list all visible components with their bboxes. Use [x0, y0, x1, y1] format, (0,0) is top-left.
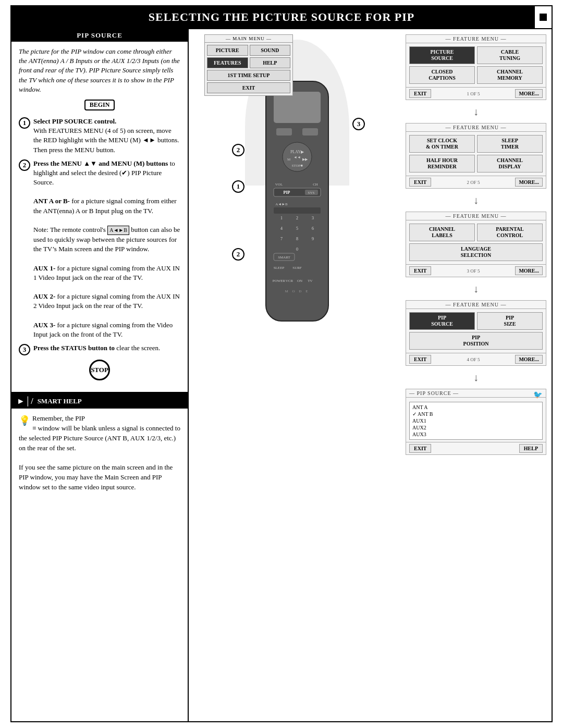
svg-text:7: 7 — [280, 237, 283, 241]
menu-btn-channel-labels: CHANNELLABELS — [409, 224, 475, 241]
menu-btn-cable-tuning: CABLETUNING — [477, 46, 543, 64]
aux1-label: AUX 1- — [33, 264, 55, 272]
menu-btn-sleep-timer: SLEEPTIMER — [477, 135, 543, 153]
step-3-detail: clear the screen. — [116, 344, 160, 352]
source-aux3: AUX3 — [412, 431, 540, 438]
step-3-number: 3 — [19, 344, 30, 355]
step-overlay-1a: 1 — [232, 180, 244, 193]
arrow-down-3: ↓ — [406, 283, 546, 294]
svg-text:M: M — [287, 157, 291, 162]
arrow-down-4: ↓ — [406, 372, 546, 382]
begin-badge: BEGIN — [84, 100, 115, 110]
main-menu-box: — MAIN MENU — PICTURE SOUND FEATURES HEL… — [204, 34, 293, 96]
smart-help-title: SMART HELP — [38, 397, 82, 405]
feature-menu-1-title: — FEATURE MENU — — [406, 35, 546, 43]
svg-text:▶▶: ▶▶ — [302, 157, 308, 162]
exit-btn-pip[interactable]: EXIT — [409, 444, 431, 453]
step-overlay-2b: 2 — [232, 248, 244, 261]
svg-text:SLEEP: SLEEP — [274, 266, 285, 270]
feature-menu-2-body: SET CLOCK& ON TIMER SLEEPTIMER HALF HOUR… — [406, 132, 546, 176]
feature-menu-3-title: — FEATURE MENU — — [406, 212, 546, 220]
step-1-label: Select PIP SOURCE control. — [33, 117, 116, 125]
aux2-detail: for a picture signal coming from the AUX… — [33, 292, 180, 310]
svg-text:STOP■: STOP■ — [291, 164, 302, 168]
feature-menu-4-body: PIPSOURCE PIPSIZE PIPPOSITION — [406, 309, 546, 353]
svg-rect-17 — [274, 207, 321, 214]
main-layout: PIP SOURCE The picture for the PIP windo… — [10, 29, 553, 722]
step-2-label: Press the MENU ▲▼ and — [33, 159, 109, 167]
remote-svg: PLAY▶ ◄◄ M ▶▶ STOP■ VOL CH PIP SYS A◄►B — [245, 76, 349, 326]
more-btn-1[interactable]: MORE... — [515, 89, 543, 98]
aux2-label: AUX 2- — [33, 292, 55, 300]
feature-menu-1-footer: EXIT 1 OF 5 MORE... — [406, 87, 546, 100]
step-2-number: 2 — [19, 159, 30, 171]
main-menu-title: — MAIN MENU — — [205, 35, 292, 43]
feature-menu-4: — FEATURE MENU — PIPSOURCE PIPSIZE PIPPO… — [406, 300, 546, 366]
pip-source-content: The picture for the PIP window can come … — [11, 42, 188, 392]
smart-help-para2: If you see the same picture on the main … — [19, 463, 173, 491]
center-column: — MAIN MENU — PICTURE SOUND FEATURES HEL… — [189, 29, 406, 721]
pip-source-final-menu: — PIP SOURCE — 🐦 ANT A ANT B AUX1 AUX2 A… — [406, 389, 546, 455]
menu-btn-pip-position: PIPPOSITION — [409, 332, 543, 350]
svg-rect-2 — [276, 128, 292, 135]
arrow-down-2: ↓ — [406, 195, 546, 205]
svg-text:TV: TV — [308, 279, 312, 283]
svg-text:◄◄: ◄◄ — [293, 155, 301, 159]
help-btn-pip[interactable]: HELP — [519, 444, 543, 453]
step-1: 1 Select PIP SOURCE control. With FEATUR… — [19, 117, 180, 155]
menu-btn-pip-source: PIPSOURCE — [409, 312, 475, 330]
page-indicator-3: 3 OF 5 — [467, 268, 480, 274]
pip-source-final-footer: EXIT HELP — [406, 442, 546, 454]
feature-menu-2: — FEATURE MENU — SET CLOCK& ON TIMER SLE… — [406, 123, 546, 189]
svg-rect-1 — [274, 92, 321, 123]
exit-btn-1[interactable]: EXIT — [409, 89, 431, 98]
exit-btn-2[interactable]: EXIT — [409, 178, 431, 187]
intro-paragraph: The picture for the PIP window can come … — [19, 47, 180, 94]
step-overlay-3: 3 — [352, 118, 365, 130]
menu-btn-closed-captions: CLOSEDCAPTIONS — [409, 66, 475, 84]
svg-text:SMART: SMART — [278, 255, 290, 260]
main-menu-help: HELP — [250, 57, 291, 68]
feature-menu-3-footer: EXIT 3 OF 5 MORE... — [406, 264, 546, 277]
svg-text:M O D E: M O D E — [285, 289, 310, 293]
exit-btn-4[interactable]: EXIT — [409, 355, 431, 364]
main-menu-setup: 1ST TIME SETUP — [207, 70, 290, 81]
more-btn-2[interactable]: MORE... — [515, 178, 543, 187]
remote-control: PLAY▶ ◄◄ M ▶▶ STOP■ VOL CH PIP SYS A◄►B — [245, 76, 349, 328]
svg-text:ON: ON — [297, 279, 302, 283]
svg-text:POWER: POWER — [273, 279, 286, 283]
svg-text:3: 3 — [312, 216, 314, 220]
page-indicator-2: 2 OF 5 — [467, 180, 480, 185]
svg-rect-3 — [302, 128, 318, 135]
more-btn-3[interactable]: MORE... — [515, 266, 543, 275]
svg-text:CH: CH — [313, 182, 318, 187]
intro-text: The picture for the PIP window can come … — [19, 47, 180, 93]
step-1-detail: With FEATURES MENU (4 of 5) on screen, m… — [33, 127, 179, 153]
right-section: — MAIN MENU — PICTURE SOUND FEATURES HEL… — [189, 29, 552, 721]
menu-btn-channel-display: CHANNELDISPLAY — [477, 155, 543, 172]
aux1-detail: for a picture signal coming from the AUX… — [33, 264, 180, 281]
menu-btn-half-hour: HALF HOURREMINDER — [409, 155, 475, 172]
more-btn-4[interactable]: MORE... — [515, 355, 543, 364]
page-header: SELECTING THE PICTURE SOURCE FOR PIP — [10, 5, 553, 29]
step-overlay-2: 2 — [232, 144, 244, 156]
svg-text:VOL: VOL — [275, 182, 283, 187]
menu-btn-language-selection: LANGUAGESELECTION — [409, 243, 543, 261]
svg-text:VCR: VCR — [286, 279, 293, 283]
feature-menu-3: — FEATURE MENU — CHANNELLABELS PARENTALC… — [406, 212, 546, 277]
feature-menu-1: — FEATURE MENU — PICTURESOURCE CABLETUNI… — [406, 34, 546, 100]
main-menu-body: PICTURE SOUND FEATURES HELP 1ST TIME SET… — [205, 43, 292, 95]
svg-text:2: 2 — [296, 216, 298, 220]
lightbulb-icon: 💡 — [19, 414, 30, 427]
smart-help-content: 💡 Remember, the PIP ≡ window will be bla… — [11, 409, 188, 498]
step-1-number: 1 — [19, 117, 30, 129]
smart-help-box: ►│/ SMART HELP 💡 Remember, the PIP ≡ win… — [11, 393, 188, 721]
pip-sources-list: ANT A ANT B AUX1 AUX2 AUX3 — [409, 402, 543, 440]
step-2-text: Press the MENU ▲▼ and MENU (M) buttons t… — [33, 159, 180, 339]
ant-badge: A◄►B — [107, 226, 129, 235]
menu-btn-set-clock: SET CLOCK& ON TIMER — [409, 135, 475, 153]
exit-btn-3[interactable]: EXIT — [409, 266, 431, 275]
step-3-text: Press the STATUS button to clear the scr… — [33, 343, 160, 353]
menus-column: — FEATURE MENU — PICTURESOURCE CABLETUNI… — [406, 29, 552, 721]
svg-text:5: 5 — [296, 226, 298, 231]
